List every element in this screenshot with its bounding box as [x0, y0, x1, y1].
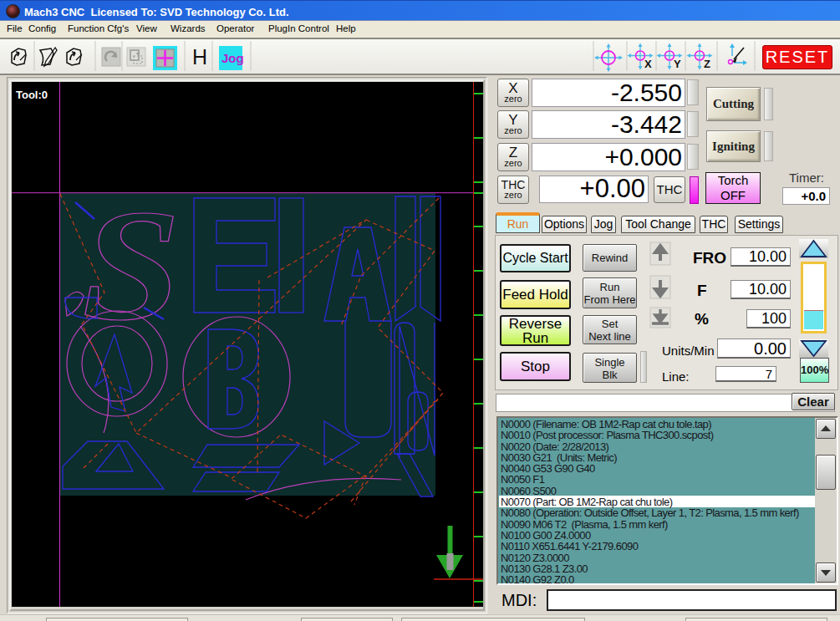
- svg-text:Z: Z: [704, 58, 710, 70]
- svg-text:Y: Y: [674, 58, 681, 70]
- svg-text:Tool:0: Tool:0: [16, 89, 48, 101]
- svg-text:S: S: [82, 176, 181, 354]
- svg-text:X: X: [644, 58, 652, 70]
- svg-text:Jog: Jog: [221, 51, 244, 65]
- svg-text:H: H: [192, 45, 207, 69]
